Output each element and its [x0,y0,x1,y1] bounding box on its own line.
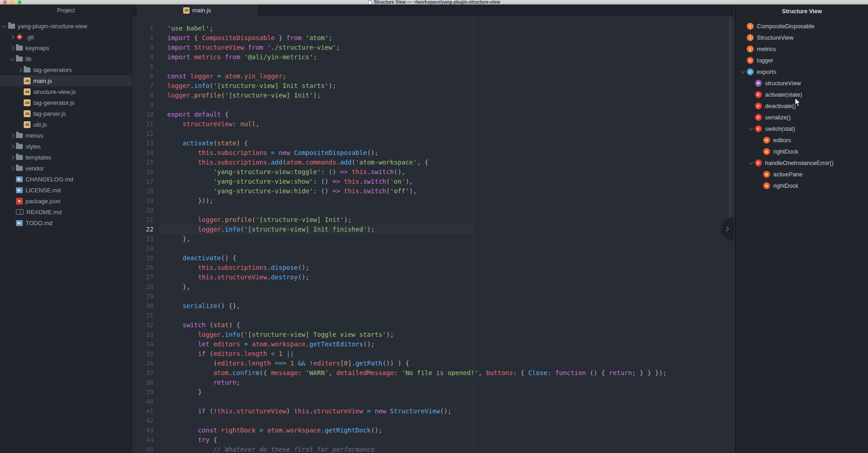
structure-item-switchstat[interactable]: Fswitch(stat) [736,123,868,134]
line-number: 40 [133,397,158,407]
tree-item-menus[interactable]: menus [0,130,132,141]
tree-item-main.js[interactable]: JSmain.js [0,75,132,86]
code-line-18: 'yang-structure-view:hide': () => this.s… [167,186,734,196]
chevron-right-icon[interactable] [10,155,15,160]
atom-window: Structure View — ~/workspace/yang-plugin… [0,0,868,453]
line-number: 26 [133,263,158,273]
structure-item-handleOneInstanceError[interactable]: FhandleOneInstanceError() [736,157,868,169]
code-line-29 [167,292,734,301]
line-number: 4 [133,52,158,62]
code-line-2: import { CompositeDisposable } from 'ato… [167,33,734,43]
tree-item-CHANGELOG.md[interactable]: M↓CHANGELOG.md [0,174,132,185]
folder-icon [16,155,23,160]
tree-item-tag-generator.js[interactable]: JStag-generator.js [0,97,132,108]
editor-scrollbar-thumb[interactable] [729,17,733,223]
structure-item-StructureView[interactable]: IStructureView [736,32,868,43]
code-line-43: const rightDock = atom.workspace.getRigh… [167,426,734,435]
line-number: 15 [133,158,158,167]
chevron-right-icon[interactable] [10,144,15,149]
chevron-right-icon[interactable] [10,35,15,39]
code-line-22: logger.info('[structure-view] Init finis… [167,225,734,234]
symbol-P-icon: P [755,80,762,87]
tree-item-label: menus [26,132,43,139]
chevron-down-icon[interactable] [741,69,745,73]
tree-item-LICENSE.md[interactable]: M↓LICENSE.md [0,185,132,196]
chevron-right-icon[interactable] [10,166,15,170]
code-line-37: atom.confirm({ message: 'WARN', detailed… [167,368,734,378]
tree-item-label: package.json [26,198,61,205]
line-number: 27 [133,273,158,282]
chevron-down-icon[interactable] [10,56,15,61]
structure-item-label: StructureView [757,34,794,41]
chevron-down-icon[interactable] [749,126,754,130]
tree-item-styles[interactable]: styles [0,141,132,152]
structure-item-label: handleOneInstanceError() [765,160,833,166]
code-line-31 [167,311,734,320]
line-number: 43 [133,426,158,435]
md-icon: M↓ [16,176,23,182]
code-editor[interactable]: 1234567891011121314151617181920212223242… [133,16,734,453]
tree-item-label: util.js [33,121,47,128]
structure-item-exports[interactable]: Cexports [736,66,868,77]
structure-item-rightDock[interactable]: VrightDock [736,180,868,191]
tree-item-vendor[interactable]: vendor [0,163,132,174]
tree-item-lib[interactable]: lib [0,53,132,64]
tree-item-templates[interactable]: templates [0,152,132,163]
structure-item-metrics[interactable]: Imetrics [736,43,868,55]
line-number: 10 [133,110,158,119]
line-number: 20 [133,206,158,215]
tree-item-tag-parser.js[interactable]: JStag-parser.js [0,108,132,119]
line-number: 34 [133,340,158,349]
chevron-right-icon [724,226,729,231]
structure-item-label: CompositeDisposable [757,23,814,30]
tree-item-.git[interactable]: .git [0,31,132,42]
structure-item-structureView[interactable]: PstructureView [736,77,868,89]
tree-item-TODO.md[interactable]: M↓TODO.md [0,217,132,228]
structure-item-editors[interactable]: Veditors [736,134,868,146]
structure-item-label: structureView [765,80,801,87]
tree-item-yang-plugin-structure-view[interactable]: yang-plugin-structure-view [0,21,132,31]
structure-item-CompositeDisposable[interactable]: ICompositeDisposable [736,21,868,32]
symbol-F-icon: F [755,91,762,98]
tab-label: main.js [192,7,211,14]
structure-item-label: editors [773,137,791,144]
chevron-right-icon[interactable] [18,67,22,72]
line-number: 32 [133,320,158,330]
code-line-34: let editors = atom.workspace.getTextEdit… [167,340,734,349]
structure-item-serialize[interactable]: Fserialize() [736,112,868,123]
window-title-area: Structure View — ~/workspace/yang-plugin… [0,0,868,5]
structure-item-logger[interactable]: Vlogger [736,55,868,66]
line-number: 19 [133,196,158,206]
line-number: 33 [133,330,158,340]
code-line-27: this.structureView.destroy(); [167,273,734,282]
tab-main-js[interactable]: JS main.js [137,5,257,16]
line-number: 30 [133,301,158,311]
chevron-down-icon[interactable] [2,23,7,28]
code-line-21: logger.profile('[structure-view] Init'); [167,215,734,225]
symbol-I-icon: I [747,34,754,41]
js-icon: JS [24,110,31,117]
js-icon: JS [24,77,31,84]
chevron-right-icon[interactable] [10,46,15,50]
structure-item-activatestate[interactable]: Factivate(state) [736,89,868,100]
tree-item-util.js[interactable]: JSutil.js [0,119,132,130]
js-icon: JS [24,121,31,128]
tree-item-tag-generators[interactable]: tag-generators [0,64,132,75]
code-line-17: 'yang-structure-view:show': () => this.s… [167,177,734,186]
line-number: 29 [133,292,158,301]
structure-item-activePane[interactable]: VactivePane [736,169,868,180]
tree-item-package.json[interactable]: npackage.json [0,196,132,206]
folder-icon [24,67,31,72]
code-line-24 [167,244,734,253]
tree-item-label: TODO.md [26,220,52,226]
chevron-down-icon[interactable] [749,160,754,165]
chevron-right-icon[interactable] [10,133,15,138]
code-line-20 [167,206,734,215]
structure-item-deactivate[interactable]: Fdeactivate() [736,100,868,112]
structure-item-rightDock[interactable]: VrightDock [736,146,868,157]
tree-item-keymaps[interactable]: keymaps [0,42,132,53]
tree-item-README.md[interactable]: README.md [0,206,132,217]
code-line-7: logger.info('[structure-view] Init start… [167,81,734,91]
tree-item-label: styles [26,143,41,150]
tree-item-structure-view.js[interactable]: JSstructure-view.js [0,86,132,97]
